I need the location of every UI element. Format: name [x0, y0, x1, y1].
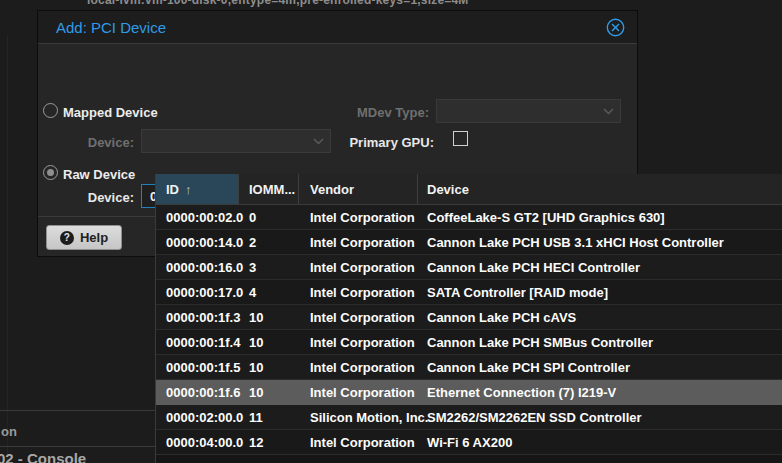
help-icon: ? [60, 231, 74, 245]
cell-device: Wi-Fi 6 AX200 [418, 430, 782, 454]
table-row[interactable]: 0000:04:00.012Intel CorporationWi-Fi 6 A… [156, 430, 782, 455]
cell-id: 0000:04:00.0 [156, 430, 239, 454]
cell-vendor: Silicon Motion, Inc. [299, 405, 418, 429]
raw-device-label: Raw Device [63, 167, 135, 182]
table-row[interactable]: 0000:00:1f.410Intel CorporationCannon La… [156, 330, 782, 355]
cell-id: 0000:00:17.0 [156, 280, 239, 304]
mapped-device-radio[interactable] [43, 103, 58, 118]
cell-vendor: Intel Corporation [299, 280, 418, 304]
background-console-tab-text: 02 - Console [0, 450, 86, 463]
cell-id: 0000:00:1f.6 [156, 380, 239, 404]
cell-device: CoffeeLake-S GT2 [UHD Graphics 630] [418, 205, 782, 229]
background-panel-edge [7, 35, 8, 463]
close-icon[interactable] [606, 18, 625, 37]
cell-iommu: 0 [239, 205, 299, 229]
cell-vendor: Intel Corporation [299, 205, 418, 229]
mapped-device-label: Mapped Device [63, 105, 158, 120]
cell-iommu: 10 [239, 330, 299, 354]
cell-device: Cannon Lake PCH USB 3.1 xHCI Host Contro… [418, 230, 782, 254]
cell-vendor: Intel Corporation [299, 230, 418, 254]
mdev-type-select [436, 99, 621, 123]
table-row[interactable]: 0000:02:00.011Silicon Motion, Inc.SM2262… [156, 405, 782, 430]
dialog-title-bar: Add: PCI Device [38, 11, 637, 44]
device-table-body: 0000:00:02.00Intel CorporationCoffeeLake… [156, 205, 782, 455]
primary-gpu-label: Primary GPU: [323, 135, 434, 150]
table-row[interactable]: 0000:00:1f.610Intel CorporationEthernet … [156, 380, 782, 405]
screen: local-lvm:vm-100-disk-0,efitype=4m,pre-e… [0, 0, 782, 463]
cell-device: Cannon Lake PCH HECI Controller [418, 255, 782, 279]
cell-vendor: Intel Corporation [299, 255, 418, 279]
cell-id: 0000:00:02.0 [156, 205, 239, 229]
cell-id: 0000:00:16.0 [156, 255, 239, 279]
column-header-device[interactable]: Device [418, 174, 782, 204]
cell-id: 0000:02:00.0 [156, 405, 239, 429]
table-row[interactable]: 0000:00:1f.510Intel CorporationCannon La… [156, 355, 782, 380]
cell-id: 0000:00:1f.4 [156, 330, 239, 354]
raw-device-radio[interactable] [43, 165, 58, 180]
picker-header-row: ID ↑ IOMM... Vendor Device [156, 174, 782, 205]
table-row[interactable]: 0000:00:17.04Intel CorporationSATA Contr… [156, 280, 782, 305]
cell-iommu: 3 [239, 255, 299, 279]
cell-iommu: 12 [239, 430, 299, 454]
cell-iommu: 10 [239, 355, 299, 379]
cell-device: SATA Controller [RAID mode] [418, 280, 782, 304]
dialog-title: Add: PCI Device [56, 19, 166, 36]
column-header-vendor[interactable]: Vendor [299, 174, 418, 204]
cell-device: Cannon Lake PCH SMBus Controller [418, 330, 782, 354]
table-row[interactable]: 0000:00:02.00Intel CorporationCoffeeLake… [156, 205, 782, 230]
cell-id: 0000:00:14.0 [156, 230, 239, 254]
primary-gpu-checkbox[interactable] [453, 131, 468, 146]
cell-iommu: 4 [239, 280, 299, 304]
pci-device-picker: ID ↑ IOMM... Vendor Device 0000:00:02.00… [155, 174, 782, 463]
cell-iommu: 2 [239, 230, 299, 254]
cell-iommu: 10 [239, 380, 299, 404]
background-config-text: local-lvm:vm-100-disk-0,efitype=4m,pre-e… [87, 0, 469, 7]
mdev-type-label: MDev Type: [323, 105, 429, 120]
cell-device: SM2262/SM2262EN SSD Controller [418, 405, 782, 429]
sort-ascending-icon: ↑ [185, 182, 192, 197]
raw-device-sublabel: Device: [58, 190, 134, 205]
cell-vendor: Intel Corporation [299, 355, 418, 379]
column-header-id[interactable]: ID ↑ [156, 174, 239, 204]
cell-device: Cannon Lake PCH SPI Controller [418, 355, 782, 379]
mapped-device-sublabel: Device: [58, 135, 134, 150]
cell-id: 0000:00:1f.5 [156, 355, 239, 379]
cell-device: Ethernet Connection (7) I219-V [418, 380, 782, 404]
cell-vendor: Intel Corporation [299, 305, 418, 329]
cell-iommu: 10 [239, 305, 299, 329]
cell-device: Cannon Lake PCH cAVS [418, 305, 782, 329]
help-button[interactable]: ? Help [46, 225, 122, 250]
background-partial-text: on [1, 424, 17, 439]
table-row[interactable]: 0000:00:1f.310Intel CorporationCannon La… [156, 305, 782, 330]
column-header-iommu[interactable]: IOMM... [239, 174, 299, 204]
cell-id: 0000:00:1f.3 [156, 305, 239, 329]
cell-iommu: 11 [239, 405, 299, 429]
mapped-device-select [141, 129, 331, 153]
chevron-down-icon [603, 108, 614, 115]
cell-vendor: Intel Corporation [299, 380, 418, 404]
table-row[interactable]: 0000:00:14.02Intel CorporationCannon Lak… [156, 230, 782, 255]
cell-vendor: Intel Corporation [299, 430, 418, 454]
table-row[interactable]: 0000:00:16.03Intel CorporationCannon Lak… [156, 255, 782, 280]
cell-vendor: Intel Corporation [299, 330, 418, 354]
